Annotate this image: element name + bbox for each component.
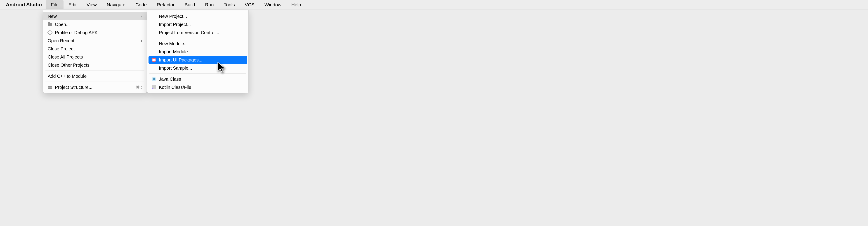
menu-build[interactable]: Build [180, 0, 200, 9]
new-label: Java Class [159, 76, 244, 82]
new-label: Import UI Packages... [159, 57, 244, 63]
menu-window[interactable]: Window [259, 0, 286, 9]
file-separator [45, 82, 145, 82]
file-project-structure[interactable]: Project Structure...⌘ ; [43, 83, 147, 91]
file-label: Close Project [48, 46, 142, 52]
menu-code[interactable]: Code [130, 0, 152, 9]
file-new[interactable]: New› [43, 12, 147, 20]
file-label: Open Recent [48, 38, 141, 43]
new-project-from-version-control[interactable]: Project from Version Control... [147, 29, 248, 37]
new-label: Import Sample... [159, 66, 244, 71]
file-open[interactable]: Open... [43, 20, 147, 29]
new-label: Import Module... [159, 49, 244, 55]
menu-edit[interactable]: Edit [64, 0, 82, 9]
new-submenu-dropdown: New Project...Import Project...Project f… [147, 10, 249, 93]
relay-icon [152, 58, 156, 62]
new-label: Project from Version Control... [159, 30, 244, 35]
file-open-recent[interactable]: Open Recent› [43, 37, 147, 45]
file-label: Open... [55, 22, 142, 27]
file-label: Project Structure... [55, 85, 136, 90]
new-import-ui-packages[interactable]: Import UI Packages... [149, 56, 247, 64]
menu-refactor[interactable]: Refactor [152, 0, 180, 9]
chevron-right-icon: › [141, 38, 142, 43]
menu-vcs[interactable]: VCS [240, 0, 259, 9]
new-label: New Project... [159, 14, 244, 19]
file-label: Close All Projects [48, 55, 142, 60]
file-close-project[interactable]: Close Project [43, 45, 147, 53]
app-title: Android Studio [2, 0, 46, 9]
new-java-class[interactable]: CJava Class [147, 75, 248, 83]
menu-navigate[interactable]: Navigate [102, 0, 130, 9]
file-close-other-projects[interactable]: Close Other Projects [43, 61, 147, 69]
file-separator [45, 70, 145, 71]
file-label: Close Other Projects [48, 63, 142, 68]
file-close-all-projects[interactable]: Close All Projects [43, 53, 147, 61]
menu-view[interactable]: View [82, 0, 102, 9]
structure-icon [48, 85, 52, 90]
chevron-right-icon: › [141, 14, 142, 19]
new-new-module[interactable]: New Module... [147, 39, 248, 48]
menu-tools[interactable]: Tools [219, 0, 240, 9]
new-label: Import Project... [159, 22, 244, 27]
java-icon: C [152, 77, 156, 82]
file-label: New [48, 14, 141, 19]
file-profile-or-debug-apk[interactable]: Profile or Debug APK [43, 29, 147, 37]
folder-icon [48, 22, 52, 27]
shortcut: ⌘ ; [136, 85, 142, 90]
new-kotlin-class-file[interactable]: Kotlin Class/File [147, 83, 248, 91]
new-label: New Module... [159, 41, 244, 46]
new-import-sample[interactable]: Import Sample... [147, 64, 248, 72]
menu-run[interactable]: Run [200, 0, 219, 9]
menubar: Android Studio FileEditViewNavigateCodeR… [0, 0, 868, 9]
file-menu-dropdown: New›Open...Profile or Debug APKOpen Rece… [43, 10, 147, 93]
new-import-module[interactable]: Import Module... [147, 48, 248, 56]
new-label: Kotlin Class/File [159, 85, 244, 90]
new-import-project[interactable]: Import Project... [147, 20, 248, 29]
file-label: Profile or Debug APK [55, 30, 142, 35]
new-separator [149, 73, 246, 74]
menu-file[interactable]: File [46, 0, 64, 9]
workspace: New›Open...Profile or Debug APKOpen Rece… [0, 9, 868, 226]
menu-help[interactable]: Help [286, 0, 306, 9]
file-add-c-to-module[interactable]: Add C++ to Module [43, 72, 147, 80]
file-label: Add C++ to Module [48, 74, 142, 79]
apk-icon [48, 30, 52, 35]
new-new-project[interactable]: New Project... [147, 12, 248, 20]
kotlin-icon [152, 85, 156, 90]
